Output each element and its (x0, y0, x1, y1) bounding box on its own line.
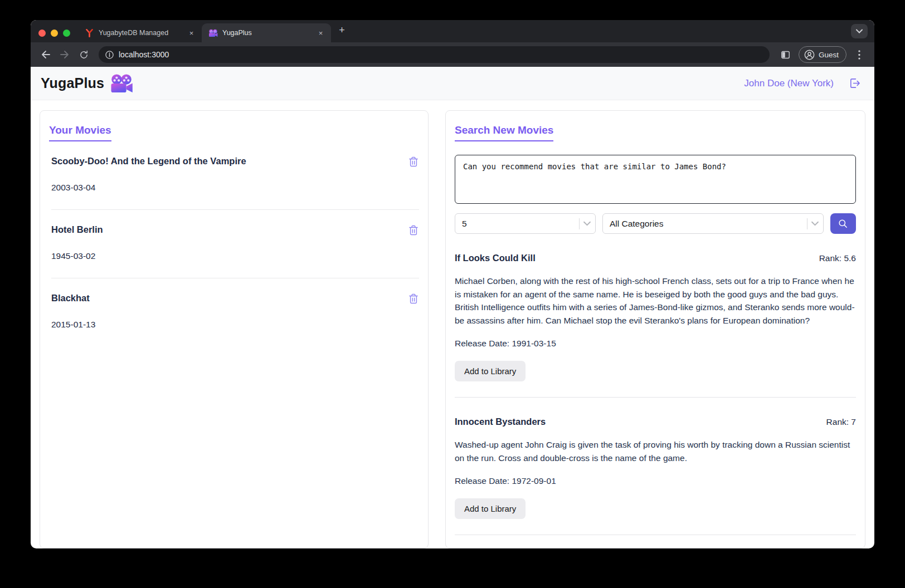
search-result: If Looks Could Kill Rank: 5.6 Michael Co… (455, 234, 856, 398)
your-movies-panel: Your Movies Scooby-Doo! And the Legend o… (40, 110, 429, 548)
close-icon[interactable]: × (187, 28, 196, 38)
new-tab-button[interactable]: + (334, 23, 349, 38)
movie-title: Blackhat (51, 293, 90, 303)
result-description: Washed-up agent John Craig is given the … (455, 438, 856, 464)
tab-search-button[interactable] (851, 24, 868, 38)
search-result: Central Intelligence Rank: 6.2 (455, 535, 856, 548)
search-button[interactable] (830, 213, 856, 234)
guest-label: Guest (819, 51, 839, 59)
result-limit-select[interactable]: 5 (455, 213, 596, 234)
result-description: Michael Corben, along with the rest of h… (455, 275, 856, 327)
result-release-date: Release Date: 1991-03-15 (455, 339, 856, 349)
category-value: All Categories (610, 219, 807, 229)
site-info-icon (105, 51, 114, 59)
close-window-button[interactable] (38, 30, 46, 37)
chevron-down-icon (856, 29, 863, 33)
movie-release-date: 2003-03-04 (51, 183, 419, 193)
address-bar[interactable]: localhost:3000 (99, 46, 770, 63)
logout-button[interactable] (848, 77, 861, 90)
reload-button[interactable] (75, 46, 92, 63)
chevron-down-icon (583, 221, 591, 226)
delete-movie-button[interactable] (408, 224, 419, 236)
movie-camera-icon (110, 74, 133, 94)
guest-button[interactable]: Guest (799, 46, 846, 63)
movie-release-date: 1945-03-02 (51, 251, 419, 261)
movie-camera-favicon-icon (208, 28, 218, 38)
movie-release-date: 2015-01-13 (51, 320, 419, 330)
close-icon[interactable]: × (316, 28, 325, 38)
tab-yugaplus[interactable]: YugaPlus × (202, 23, 331, 42)
result-title: Innocent Bystanders (455, 416, 546, 427)
forward-button[interactable] (56, 46, 73, 63)
window-controls (31, 23, 78, 42)
tab-label: YugaPlus (222, 29, 312, 37)
delete-movie-button[interactable] (408, 293, 419, 305)
list-item: Hotel Berlin 1945-03-02 (49, 210, 419, 278)
side-panel-icon (781, 50, 790, 60)
user-name-link[interactable]: John Doe (New York) (744, 78, 834, 89)
movie-title: Hotel Berlin (51, 224, 103, 235)
add-to-library-button[interactable]: Add to Library (455, 498, 526, 519)
search-panel: Search New Movies Can you recommend movi… (445, 110, 865, 548)
minimize-window-button[interactable] (51, 30, 58, 37)
back-arrow-icon (41, 50, 51, 59)
kebab-menu-icon (858, 50, 860, 60)
app-title: YugaPlus (41, 75, 104, 91)
your-movies-title: Your Movies (49, 124, 111, 141)
browser-window: YugabyteDB Managed × YugaPlus × + (31, 20, 874, 548)
forward-arrow-icon (60, 50, 70, 59)
result-title: If Looks Could Kill (455, 253, 536, 263)
browser-toolbar: localhost:3000 Guest (31, 42, 874, 67)
yugabytedb-favicon-icon (85, 28, 94, 38)
search-query-input[interactable]: Can you recommend movies that are simila… (455, 155, 856, 204)
tab-label: YugabyteDB Managed (99, 29, 182, 37)
page-main: Your Movies Scooby-Doo! And the Legend o… (31, 100, 874, 548)
search-icon (838, 218, 848, 229)
trash-icon (408, 293, 419, 305)
logout-icon (848, 77, 861, 90)
delete-movie-button[interactable] (408, 156, 419, 168)
trash-icon (408, 224, 419, 236)
maximize-window-button[interactable] (63, 30, 70, 37)
url-text: localhost:3000 (119, 50, 169, 59)
category-select[interactable]: All Categories (602, 213, 824, 234)
chevron-down-icon (811, 221, 819, 226)
divider (579, 218, 580, 229)
search-controls: 5 All Categories (455, 213, 856, 234)
search-result: Innocent Bystanders Rank: 7 Washed-up ag… (455, 398, 856, 535)
tab-yugabytedb-managed[interactable]: YugabyteDB Managed × (78, 23, 202, 42)
back-button[interactable] (37, 46, 54, 63)
list-item: Blackhat 2015-01-13 (49, 278, 419, 330)
app-header: YugaPlus John Doe (New York) (31, 67, 874, 100)
list-item: Scooby-Doo! And the Legend of the Vampir… (49, 141, 419, 210)
add-to-library-button[interactable]: Add to Library (455, 361, 526, 381)
result-release-date: Release Date: 1972-09-01 (455, 476, 856, 486)
divider (807, 218, 807, 229)
app-brand: YugaPlus (41, 74, 133, 94)
result-limit-value: 5 (462, 219, 579, 229)
reload-icon (79, 50, 89, 60)
guest-avatar-icon (804, 50, 815, 60)
browser-menu-button[interactable] (851, 46, 868, 63)
side-panel-button[interactable] (777, 46, 794, 63)
trash-icon (408, 156, 419, 168)
result-rank: Rank: 5.6 (819, 253, 856, 263)
search-title: Search New Movies (455, 124, 553, 141)
tab-strip: YugabyteDB Managed × YugaPlus × + (31, 20, 874, 42)
result-rank: Rank: 7 (826, 417, 856, 427)
movie-title: Scooby-Doo! And the Legend of the Vampir… (51, 156, 246, 166)
